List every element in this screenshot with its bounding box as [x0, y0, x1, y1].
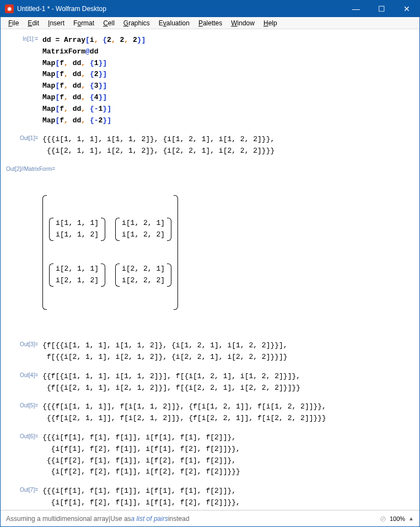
out-label: Out[7]=	[6, 486, 42, 510]
output-content: {{{i[f[1], f[1], f[1]], i[f[1], f[1], f[…	[42, 486, 400, 510]
matrix-entry: i[1, 2, 2]	[122, 229, 165, 241]
output-cell-5[interactable]: Out[5]= {{{f[i[1, 1, 1]], f[i[1, 1, 2]]}…	[6, 401, 400, 424]
output-content: {{{i[f[1], f[1], f[1]], i[f[1], f[1], f[…	[42, 432, 400, 478]
matrix-entry: i[2, 2, 2]	[122, 275, 165, 287]
status-close-icon[interactable]: ⊘	[380, 514, 386, 523]
output-content: {{{i[1, 1, 1], i[1, 1, 2]}, {i[1, 2, 1],…	[42, 134, 400, 157]
output-cell-3[interactable]: Out[3]= {f[{{i[1, 1, 1], i[1, 1, 2]}, {i…	[6, 340, 400, 363]
status-assuming: Assuming a multidimensional array	[6, 515, 109, 523]
matrix-entry: i[2, 1, 1]	[56, 264, 99, 275]
matrix-entry: i[2, 1, 2]	[56, 275, 99, 287]
menu-graphics[interactable]: Graphics	[119, 18, 154, 28]
menu-edit[interactable]: Edit	[23, 18, 44, 28]
output-cell-1[interactable]: Out[1]= {{{i[1, 1, 1], i[1, 1, 2]}, {i[1…	[6, 134, 400, 157]
output-cell-4[interactable]: Out[4]= {{f[{i[1, 1, 1], i[1, 1, 2]}], f…	[6, 371, 400, 394]
output-cell-7[interactable]: Out[7]= {{{i[f[1], f[1], f[1]], i[f[1], …	[6, 486, 400, 510]
output-content: {{f[{i[1, 1, 1], i[1, 1, 2]}], f[{i[1, 2…	[42, 371, 400, 394]
matrix-entry: i[2, 2, 1]	[122, 264, 165, 275]
statusbar: Assuming a multidimensional array | Use …	[1, 510, 419, 526]
menu-file[interactable]: File	[4, 18, 23, 28]
menu-palettes[interactable]: Palettes	[194, 18, 227, 28]
out-label: Out[6]=	[6, 432, 42, 478]
menu-help[interactable]: Help	[259, 18, 282, 28]
menu-window[interactable]: Window	[227, 18, 259, 28]
status-link[interactable]: a list of pairs	[131, 515, 168, 523]
in-label: In[1]:=	[6, 35, 42, 126]
close-button[interactable]: ✕	[394, 1, 419, 17]
titlebar: ❋ Untitled-1 * - Wolfram Desktop — ☐ ✕	[1, 1, 419, 17]
menu-cell[interactable]: Cell	[99, 18, 119, 28]
output-cell-2[interactable]: Out[2]//MatrixForm= i[1, 1, 1]i[1, 1, 2]…	[6, 165, 400, 332]
zoom-level[interactable]: 100%	[390, 515, 405, 522]
menubar: File Edit Insert Format Cell Graphics Ev…	[1, 17, 419, 29]
out-label: Out[4]=	[6, 371, 42, 394]
zoom-arrow-icon[interactable]: ▲	[408, 515, 414, 521]
matrix-entry: i[1, 1, 2]	[56, 229, 99, 241]
app-icon: ❋	[5, 4, 14, 13]
maximize-button[interactable]: ☐	[369, 1, 394, 17]
out-label: Out[1]=	[6, 134, 42, 157]
matrix-entry: i[1, 1, 1]	[56, 218, 99, 229]
minimize-button[interactable]: —	[343, 1, 369, 17]
menu-format[interactable]: Format	[69, 18, 99, 28]
output-content: {{{f[i[1, 1, 1]], f[i[1, 1, 2]]}, {f[i[1…	[42, 401, 400, 424]
matrix-entry: i[1, 2, 1]	[122, 218, 165, 229]
matrix-content: i[1, 1, 1]i[1, 1, 2] i[1, 2, 1]i[1, 2, 2…	[6, 172, 400, 332]
window-title: Untitled-1 * - Wolfram Desktop	[17, 5, 343, 13]
input-content[interactable]: dd = Array[i, {2, 2, 2}]MatrixForm@ddMap…	[42, 35, 400, 126]
notebook-area[interactable]: In[1]:= dd = Array[i, {2, 2, 2}]MatrixFo…	[1, 29, 419, 510]
input-cell[interactable]: In[1]:= dd = Array[i, {2, 2, 2}]MatrixFo…	[6, 35, 400, 126]
out-label: Out[5]=	[6, 401, 42, 424]
out-label: Out[2]//MatrixForm=	[6, 165, 400, 172]
status-useas: Use as	[110, 515, 131, 523]
status-instead: instead	[168, 515, 190, 523]
menu-evaluation[interactable]: Evaluation	[154, 18, 194, 28]
window-controls: — ☐ ✕	[343, 1, 419, 17]
menu-insert[interactable]: Insert	[44, 18, 69, 28]
output-content: {f[{{i[1, 1, 1], i[1, 1, 2]}, {i[1, 2, 1…	[42, 340, 400, 363]
output-cell-6[interactable]: Out[6]= {{{i[f[1], f[1], f[1]], i[f[1], …	[6, 432, 400, 478]
out-label: Out[3]=	[6, 340, 42, 363]
